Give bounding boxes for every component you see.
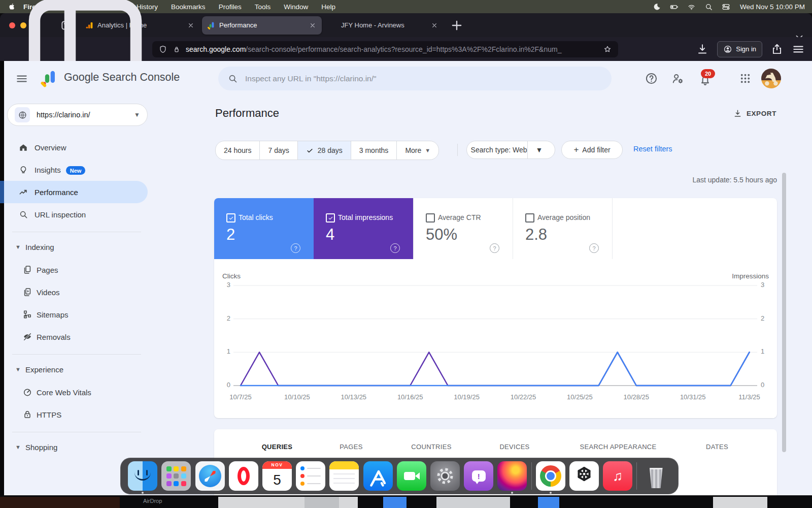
- sidebar-divider: [12, 354, 141, 355]
- lightbulb-icon: [18, 165, 28, 175]
- checked-checkbox[interactable]: [226, 213, 235, 223]
- y-axis-tick-left: 0: [218, 381, 230, 389]
- add-filter-button[interactable]: +Add filter: [561, 141, 623, 159]
- dock-feedback-assistant[interactable]: !: [464, 461, 493, 491]
- tracking-protection-shield-icon[interactable]: [158, 45, 167, 54]
- downloads-icon[interactable]: [696, 43, 709, 56]
- url-bar[interactable]: search.google.com/search-console/perform…: [152, 41, 618, 57]
- sidebar-item-label: Videos: [37, 288, 60, 297]
- date-range-24-hours[interactable]: 24 hours: [216, 141, 259, 160]
- sidebar-item-performance[interactable]: Performance: [0, 181, 148, 203]
- close-tab-icon[interactable]: [309, 21, 317, 29]
- dock-trash[interactable]: [641, 461, 671, 491]
- dock-safari[interactable]: [195, 461, 225, 491]
- metric-card-average-ctr[interactable]: Average CTR 50% ?: [413, 198, 513, 259]
- new-tab-button[interactable]: [450, 18, 464, 33]
- app-menu-hamburger-icon[interactable]: [792, 43, 805, 56]
- sidebar-item-insights[interactable]: InsightsNew: [0, 158, 148, 181]
- checked-checkbox[interactable]: [326, 213, 335, 223]
- google-apps-grid-icon[interactable]: [738, 72, 752, 85]
- dock-chatgpt[interactable]: [569, 461, 599, 491]
- date-range-7-days[interactable]: 7 days: [259, 141, 297, 160]
- help-icon[interactable]: ?: [291, 243, 300, 253]
- metric-card-total-impressions[interactable]: Total impressions 4 ?: [314, 198, 413, 259]
- help-icon[interactable]: [645, 72, 658, 85]
- dock-chrome[interactable]: [536, 461, 565, 491]
- account-settings-icon[interactable]: [671, 72, 685, 85]
- browser-tab[interactable]: Performance: [202, 16, 322, 35]
- sidebar-item-sitemaps[interactable]: Sitemaps: [0, 303, 148, 326]
- bookmark-star-icon[interactable]: [603, 45, 612, 54]
- sidebar-section-shopping[interactable]: ▼Shopping: [0, 438, 148, 456]
- close-tab-icon[interactable]: [187, 21, 195, 29]
- gsc-nav-menu-icon[interactable]: [15, 72, 28, 85]
- sidebar-item-core-web-vitals[interactable]: Core Web Vitals: [0, 381, 148, 403]
- unchecked-checkbox[interactable]: [426, 213, 435, 223]
- dock-reminders[interactable]: [296, 461, 325, 491]
- sidebar-item-url-inspection[interactable]: URL inspection: [0, 203, 148, 226]
- firefox-sign-in-button[interactable]: Sign in: [717, 41, 762, 57]
- search-type-filter[interactable]: Search type: Web▼: [466, 141, 555, 159]
- menubar-item-profiles[interactable]: Profiles: [219, 3, 242, 11]
- sidebar-item-videos[interactable]: Videos: [0, 281, 148, 303]
- menubar-clock[interactable]: Wed Nov 5 10:00 PM: [740, 3, 805, 11]
- browser-tab[interactable]: JFY Home - Arvinews: [324, 16, 444, 35]
- sidebar-section-indexing[interactable]: ▼Indexing: [0, 238, 148, 256]
- dock-music[interactable]: ♫: [603, 461, 632, 491]
- table-tab-dates[interactable]: DATES: [669, 443, 765, 451]
- battery-icon[interactable]: [670, 3, 679, 11]
- sidebar-item-overview[interactable]: Overview: [0, 136, 148, 158]
- connection-lock-icon[interactable]: [172, 45, 181, 54]
- search-console-logo[interactable]: [40, 68, 60, 87]
- dock-notes[interactable]: [329, 461, 359, 491]
- date-range-more[interactable]: More▼: [396, 141, 438, 160]
- help-icon[interactable]: ?: [589, 243, 599, 253]
- page-scrollbar[interactable]: [782, 173, 786, 452]
- product-name[interactable]: Google Search Console: [64, 71, 180, 84]
- menubar-item-bookmarks[interactable]: Bookmarks: [171, 3, 206, 11]
- help-icon[interactable]: ?: [490, 243, 499, 253]
- dock-finder[interactable]: [128, 461, 157, 491]
- table-tab-countries[interactable]: COUNTRIES: [383, 443, 480, 451]
- search-icon: [227, 73, 238, 84]
- spotlight-search-icon[interactable]: [704, 3, 713, 11]
- menubar-item-tools[interactable]: Tools: [255, 3, 271, 11]
- date-range-28-days[interactable]: 28 days: [297, 141, 351, 160]
- sidebar-item-pages[interactable]: Pages: [0, 259, 148, 281]
- sidebar-item-removals[interactable]: Removals: [0, 326, 148, 348]
- export-button[interactable]: EXPORT: [733, 109, 776, 118]
- metric-card-total-clicks[interactable]: Total clicks 2 ?: [214, 198, 314, 259]
- sidebar-section-experience[interactable]: ▼Experience: [0, 360, 148, 378]
- reset-filters-link[interactable]: Reset filters: [633, 145, 672, 153]
- do-not-disturb-moon-icon[interactable]: [653, 3, 661, 11]
- control-center-icon[interactable]: [722, 3, 730, 11]
- url-inspect-search-box[interactable]: [218, 67, 612, 90]
- dock-calendar[interactable]: NOV5: [262, 461, 292, 491]
- close-tab-icon[interactable]: [430, 21, 438, 29]
- table-tab-devices[interactable]: DEVICES: [466, 443, 563, 451]
- table-tab-search-appearance[interactable]: SEARCH APPEARANCE: [570, 443, 666, 451]
- metric-card-average-position[interactable]: Average position 2.8 ?: [513, 198, 612, 259]
- dock-launchpad[interactable]: [161, 461, 191, 491]
- sidebar-item-https[interactable]: HTTPS: [0, 403, 148, 426]
- section-label: Experience: [25, 365, 63, 374]
- date-range-3-months[interactable]: 3 months: [351, 141, 397, 160]
- menubar-item-window[interactable]: Window: [284, 3, 308, 11]
- dock-divider: [531, 462, 532, 490]
- menubar-item-help[interactable]: Help: [321, 3, 335, 11]
- wifi-icon[interactable]: [687, 3, 696, 11]
- unchecked-checkbox[interactable]: [525, 213, 534, 223]
- dock-app-store[interactable]: [363, 461, 393, 491]
- sidebar-item-label: Pages: [37, 266, 58, 274]
- dock-opera[interactable]: [229, 461, 258, 491]
- help-icon[interactable]: ?: [390, 243, 400, 253]
- share-icon[interactable]: [770, 43, 784, 56]
- dock-facetime[interactable]: [397, 461, 426, 491]
- dock-system-settings[interactable]: [430, 461, 460, 491]
- account-avatar[interactable]: [761, 69, 781, 88]
- property-selector[interactable]: https://clarino.in/ ▼: [7, 104, 148, 126]
- url-inspect-input[interactable]: [244, 74, 602, 84]
- dock-firefox[interactable]: [497, 461, 527, 491]
- macos-dock: NOV5!♫: [120, 458, 679, 494]
- sidebar-item-label: Core Web Vitals: [37, 388, 91, 397]
